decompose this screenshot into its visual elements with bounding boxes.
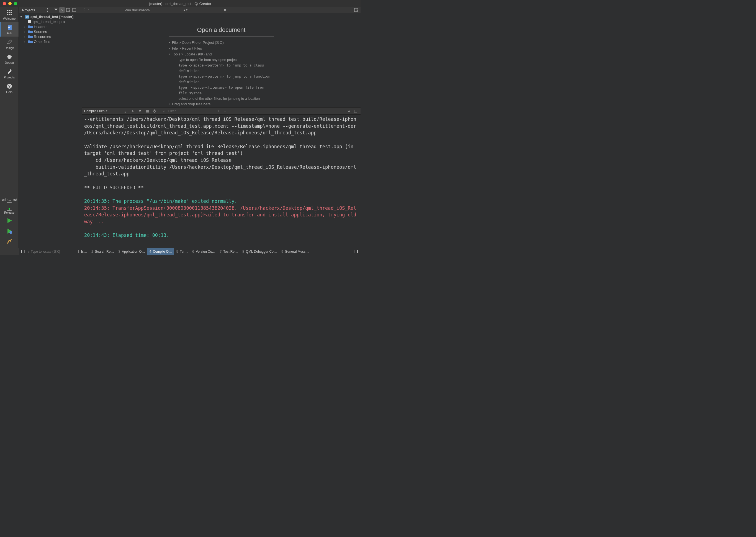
svg-rect-27 — [146, 110, 149, 112]
chevron-right-icon[interactable]: ▸ — [24, 25, 27, 28]
status-tab-4[interactable]: 4Compile O… — [147, 248, 174, 255]
close-document-button[interactable]: ✕ — [221, 8, 229, 12]
split-icon[interactable]: + — [65, 7, 71, 13]
dropdown-icon: ▲▼ — [46, 7, 49, 13]
tree-label: Headers — [34, 25, 47, 29]
placeholder-sub-item: select one of the other filters for jump… — [175, 96, 274, 102]
pencil-icon — [6, 39, 13, 45]
document-selector[interactable]: <no document> ▲▼ — [94, 8, 219, 12]
zoom-in-icon[interactable]: ＋ — [215, 108, 221, 114]
mode-debug[interactable]: Debug — [0, 51, 19, 66]
stop-icon[interactable] — [144, 108, 150, 114]
placeholder-sub-item: type f<space><filename> to open file fro… — [175, 85, 274, 96]
project-tree[interactable]: ▾ Qt qml_thread_test [master] qml_thread… — [19, 13, 82, 255]
prev-icon[interactable]: ∧ — [130, 108, 136, 114]
build-button[interactable] — [0, 236, 19, 247]
kit-project-label: qml_t…_test — [0, 198, 19, 201]
close-split-icon[interactable] — [71, 7, 77, 13]
tree-folder-other[interactable]: ▸ Other files — [19, 39, 82, 44]
projects-dropdown[interactable]: Projects ▲▼ — [19, 7, 52, 13]
placeholder-sub-item: type c<space><pattern> to jump to a clas… — [175, 62, 274, 74]
chevron-right-icon[interactable]: ▸ — [24, 35, 27, 38]
tree-folder-sources[interactable]: ▸ Sources — [19, 29, 82, 34]
output-line: 20:14:43: Elapsed time: 00:13. — [84, 232, 358, 239]
search-icon: ⌕ — [28, 250, 30, 254]
locator-input[interactable] — [31, 250, 73, 254]
sort-icon[interactable] — [123, 108, 129, 114]
placeholder-item: Tools > Locate (⌘K) and — [169, 52, 274, 57]
svg-rect-0 — [7, 10, 8, 11]
svg-rect-3 — [7, 12, 8, 13]
svg-point-16 — [9, 231, 12, 234]
status-tab-9[interactable]: 9General Mess… — [279, 248, 311, 255]
titlebar[interactable]: [master] - qml_thread_test - Qt Creator — [0, 0, 360, 7]
tree-folder-headers[interactable]: ▸ Headers — [19, 24, 82, 29]
filter-input[interactable] — [167, 108, 200, 114]
status-tab-2[interactable]: 2Search Re… — [89, 248, 116, 255]
status-tab-6[interactable]: 6Version Co… — [190, 248, 217, 255]
mode-label: Edit — [7, 32, 12, 35]
window-controls — [3, 2, 17, 5]
svg-rect-6 — [7, 14, 8, 15]
status-tab-7[interactable]: 7Test Re… — [218, 248, 240, 255]
tree-root[interactable]: ▾ Qt qml_thread_test [master] — [19, 14, 82, 19]
locator[interactable]: ⌕ — [25, 248, 75, 255]
chevron-right-icon[interactable]: ▸ — [24, 40, 27, 43]
link-icon[interactable] — [59, 7, 65, 13]
svg-rect-2 — [11, 10, 12, 11]
status-tab-8[interactable]: 8QML Debugger Co… — [240, 248, 279, 255]
run-button[interactable] — [0, 215, 19, 226]
nav-forward-button[interactable]: 〉 — [87, 8, 91, 13]
statusbar: ⌕ 1Is…2Search Re…3Application O…4Compile… — [0, 248, 360, 255]
close-window-button[interactable] — [3, 2, 6, 5]
placeholder-item: Drag and drop files here — [169, 102, 274, 107]
split-right-icon[interactable]: + — [353, 7, 359, 13]
tree-folder-resources[interactable]: ▸ Resources — [19, 34, 82, 39]
minimize-window-button[interactable] — [8, 2, 12, 5]
mode-label: Projects — [4, 76, 15, 79]
toggle-left-sidebar-icon[interactable] — [20, 249, 25, 254]
tree-label: qml_thread_test [master] — [30, 15, 73, 19]
output-line: 20:14:35: The process "/usr/bin/make" ex… — [84, 198, 358, 205]
mode-help[interactable]: ? Help — [0, 81, 19, 95]
gear-icon[interactable] — [152, 108, 157, 114]
status-tab-3[interactable]: 3Application O… — [116, 248, 147, 255]
collapse-icon[interactable]: ∧ — [346, 108, 352, 114]
folder-icon — [28, 39, 33, 44]
toggle-right-sidebar-icon[interactable] — [353, 249, 359, 254]
placeholder-item: File > Recent Files — [169, 46, 274, 52]
mode-projects[interactable]: Projects — [0, 66, 19, 81]
output-line — [84, 191, 358, 198]
tree-pro-file[interactable]: qml_thread_test.pro — [19, 19, 82, 24]
question-icon: ? — [6, 83, 13, 90]
chevron-down-icon[interactable]: ▾ — [20, 15, 24, 18]
filter-icon[interactable] — [53, 7, 59, 13]
next-icon[interactable]: ∨ — [137, 108, 143, 114]
maximize-icon[interactable] — [353, 108, 358, 114]
output-line — [84, 225, 358, 232]
svg-rect-33 — [357, 250, 358, 253]
editor-area: Open a document File > Open File or Proj… — [82, 13, 360, 255]
document-icon — [6, 24, 13, 31]
svg-rect-5 — [11, 12, 12, 13]
dropdown-icon: ▲▼ — [183, 9, 188, 11]
search-icon: ⌕ — [163, 109, 165, 113]
placeholder-sub-item: type to open file from any open project — [175, 57, 274, 62]
output-panel: Compile Output ∧ ∨ ⌕ ＋ − ∧ — [82, 107, 360, 255]
status-tab-1[interactable]: 1Is… — [75, 248, 89, 255]
output-line: 20:14:35: TransferAppSession(00008030001… — [84, 205, 358, 225]
chevron-right-icon[interactable]: ▸ — [24, 30, 27, 33]
kit-selector[interactable]: qml_t…_test Release — [0, 197, 19, 215]
mode-edit[interactable]: Edit — [0, 22, 19, 37]
status-tab-5[interactable]: 5Ter… — [174, 248, 190, 255]
folder-icon — [28, 34, 33, 39]
run-debug-button[interactable] — [0, 226, 19, 236]
maximize-window-button[interactable] — [14, 2, 17, 5]
mode-welcome[interactable]: Welcome — [0, 7, 19, 22]
mode-design[interactable]: Design — [0, 37, 19, 51]
tree-label: Sources — [34, 30, 47, 34]
nav-back-button[interactable]: 〈 — [81, 8, 85, 13]
zoom-out-icon[interactable]: − — [222, 108, 228, 114]
bug-icon — [6, 54, 13, 60]
output-content[interactable]: --entitlements /Users/hackerx/Desktop/qm… — [82, 115, 360, 255]
